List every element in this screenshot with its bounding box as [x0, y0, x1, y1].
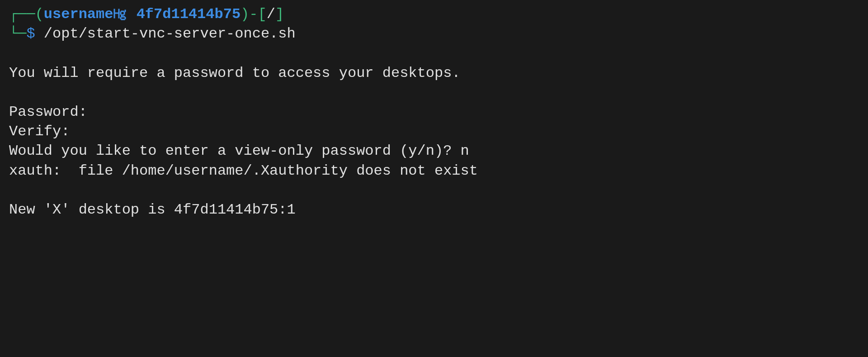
- prompt-bracket-open: [: [258, 6, 266, 23]
- prompt-corner-top: ┌──: [9, 6, 35, 23]
- prompt-separator: [127, 6, 136, 23]
- prompt-line-top: ┌──(username㋌ 4f7d11414b75)-[/]: [9, 5, 859, 24]
- xauth-message: xauth: file /home/username/.Xauthority d…: [9, 161, 859, 181]
- prompt-cwd: /: [267, 6, 275, 23]
- command-text: /opt/start-vnc-server-once.sh: [35, 25, 296, 42]
- blank-line: [9, 43, 859, 63]
- password-prompt: Password:: [9, 102, 859, 122]
- prompt-dollar: $: [26, 25, 35, 42]
- prompt-bracket-close: ]: [275, 6, 284, 23]
- circled-k-icon: ㋌: [113, 5, 127, 24]
- prompt-hostname: 4f7d11414b75: [137, 6, 241, 23]
- verify-prompt: Verify:: [9, 122, 859, 141]
- viewonly-prompt: Would you like to enter a view-only pass…: [9, 141, 859, 161]
- prompt-paren-close: ): [241, 6, 249, 23]
- output-text: You will require a password to access yo…: [9, 63, 859, 83]
- prompt-dash: -: [249, 6, 258, 23]
- prompt-line-bottom: └─$ /opt/start-vnc-server-once.sh: [9, 24, 859, 43]
- desktop-message: New 'X' desktop is 4f7d11414b75:1: [9, 200, 859, 219]
- prompt-username: username: [44, 6, 113, 23]
- prompt-paren-open: (: [35, 6, 44, 23]
- prompt-corner-bottom: └─: [9, 25, 26, 42]
- terminal-window[interactable]: ┌──(username㋌ 4f7d11414b75)-[/] └─$ /opt…: [9, 5, 859, 219]
- blank-line: [9, 181, 859, 200]
- blank-line: [9, 83, 859, 102]
